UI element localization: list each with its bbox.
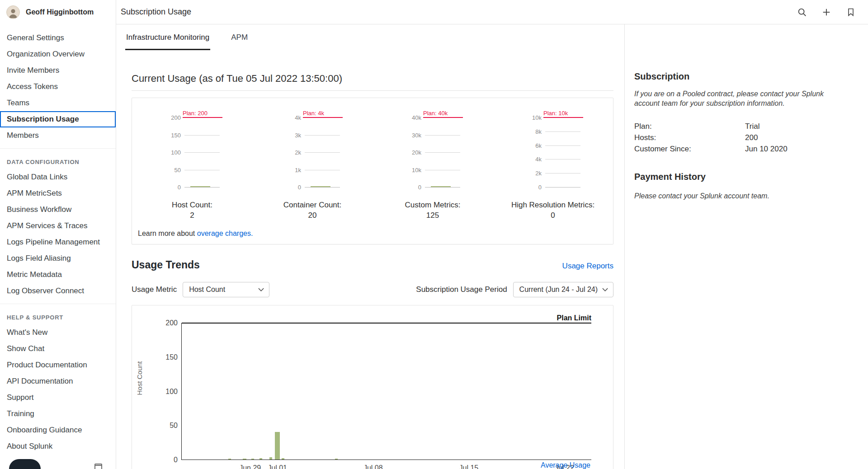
plan-line <box>543 117 583 118</box>
sidebar-item-about-splunk[interactable]: About Splunk <box>0 438 116 455</box>
topbar-icons <box>797 7 856 18</box>
gauge-plot-wrap: 200150100500Plan: 200 <box>165 117 220 187</box>
usage-bar <box>269 457 272 460</box>
current-usage-card: 200150100500Plan: 200Host Count:24k3k2k1… <box>132 98 613 244</box>
gauge-tick-labels: 200150100500 <box>165 117 184 187</box>
x-tick-label: Jul 08 <box>363 464 383 469</box>
sidebar-item-logs-pipeline-management[interactable]: Logs Pipeline Management <box>0 234 116 250</box>
app-root: Geoff Higginbottom General SettingsOrgan… <box>0 0 868 469</box>
section-divider <box>132 90 613 91</box>
body-row: Infrastructure MonitoringAPM Current Usa… <box>116 24 868 469</box>
usage-period-select[interactable]: Current (Jun 24 - Jul 24) <box>513 282 613 297</box>
tab-apm[interactable]: APM <box>230 24 249 50</box>
sidebar-item-product-documentation[interactable]: Product Documentation <box>0 357 116 373</box>
gauge-usage-bar <box>190 186 210 187</box>
gauge-gridline <box>305 187 340 188</box>
usage-metric-group: Usage Metric Host Count <box>132 282 269 297</box>
gauge-high-resolution-metrics: 10k8k6k4k2k0Plan: 10kHigh Resolution Met… <box>493 117 613 220</box>
sidebar-item-teams[interactable]: Teams <box>0 95 116 111</box>
gauge-plot-wrap: 4k3k2k1k0Plan: 4k <box>285 117 340 187</box>
average-usage-legend[interactable]: Average Usage <box>541 461 590 469</box>
usage-bar <box>282 458 284 460</box>
user-row[interactable]: Geoff Higginbottom <box>0 0 116 24</box>
user-name: Geoff Higginbottom <box>26 8 94 16</box>
sidebar-item-onboarding-guidance[interactable]: Onboarding Guidance <box>0 422 116 438</box>
usage-period-label: Subscription Usage Period <box>416 285 507 294</box>
sidebar-item-apm-services-traces[interactable]: APM Services & Traces <box>0 218 116 234</box>
gauge-value: 20 <box>308 210 317 220</box>
gauge-tick-label: 10k <box>532 114 542 121</box>
row-label: Hosts: <box>634 132 745 143</box>
sidebar-item-show-chat[interactable]: Show Chat <box>0 341 116 357</box>
gauge-tick-label: 4k <box>295 114 301 121</box>
cut-off-button[interactable] <box>9 459 41 469</box>
window-icon[interactable] <box>94 464 102 469</box>
search-icon[interactable] <box>797 7 807 18</box>
gauge-tick-label: 8k <box>535 128 542 135</box>
usage-trend-chart-card: Host Count Plan Limit 050100150200Jun 29… <box>132 305 613 469</box>
gauge-tick-label: 3k <box>295 131 301 138</box>
gauge-gridline <box>305 152 340 153</box>
x-tick-label: Jul 15 <box>459 464 479 469</box>
current-usage-heading: Current Usage (as of Tue 05 Jul 2022 13:… <box>132 73 613 84</box>
gauge-tick-label: 2k <box>535 170 542 177</box>
learn-more-prefix: Learn more about <box>138 230 197 237</box>
gauge-gridline <box>425 135 460 136</box>
subscription-row-hosts: Hosts:200 <box>634 132 850 143</box>
overage-charges-link[interactable]: overage charges. <box>197 230 253 237</box>
sidebar-item-support[interactable]: Support <box>0 389 116 406</box>
y-tick-label: 50 <box>170 422 178 430</box>
settings-sidebar: Geoff Higginbottom General SettingsOrgan… <box>0 0 116 469</box>
gauge-gridline <box>425 187 460 188</box>
gauge-tick-label: 40k <box>412 114 421 121</box>
add-icon[interactable] <box>821 7 832 18</box>
sidebar-item-training[interactable]: Training <box>0 406 116 422</box>
usage-reports-link[interactable]: Usage Reports <box>562 262 613 271</box>
usage-metric-select[interactable]: Host Count <box>183 282 269 297</box>
usage-bar <box>259 458 262 460</box>
plan-line <box>423 117 463 118</box>
sidebar-item-business-workflow[interactable]: Business Workflow <box>0 202 116 218</box>
sidebar-item-members[interactable]: Members <box>0 127 116 144</box>
gauge-tick-labels: 10k8k6k4k2k0 <box>525 117 545 187</box>
content-column: Subscription Usage <box>116 0 868 469</box>
sidebar-item-api-documentation[interactable]: API Documentation <box>0 373 116 389</box>
sidebar-section-help-support: HELP & SUPPORT <box>0 309 116 324</box>
tab-infrastructure-monitoring[interactable]: Infrastructure Monitoring <box>125 24 210 50</box>
sidebar-item-metric-metadata[interactable]: Metric Metadata <box>0 267 116 283</box>
gauge-tick-label: 0 <box>418 184 421 191</box>
topbar: Subscription Usage <box>116 0 868 24</box>
tab-bar: Infrastructure MonitoringAPM <box>116 24 613 50</box>
bookmark-icon[interactable] <box>845 7 856 18</box>
sidebar-nav: General SettingsOrganization OverviewInv… <box>0 24 116 455</box>
sidebar-item-global-data-links[interactable]: Global Data Links <box>0 169 116 185</box>
sidebar-item-general-settings[interactable]: General Settings <box>0 30 116 46</box>
gauge-plot: Plan: 4k <box>305 117 340 187</box>
subscription-note: If you are on a Pooled contract, please … <box>634 89 847 108</box>
sidebar-item-subscription-usage[interactable]: Subscription Usage <box>0 111 116 127</box>
gauge-tick-label: 200 <box>171 114 181 121</box>
sidebar-item-organization-overview[interactable]: Organization Overview <box>0 46 116 62</box>
gauge-tick-label: 0 <box>298 184 301 191</box>
gauge-gridline <box>184 135 220 136</box>
gauge-tick-label: 1k <box>295 166 301 173</box>
sidebar-item-what-s-new[interactable]: What's New <box>0 324 116 341</box>
sidebar-item-apm-metricsets[interactable]: APM MetricSets <box>0 185 116 202</box>
x-tick-label: Jul 01 <box>268 464 287 469</box>
payment-history-note: Please contact your Splunk account team. <box>634 192 850 200</box>
sidebar-item-invite-members[interactable]: Invite Members <box>0 62 116 79</box>
gauge-tick-labels: 40k30k20k10k0 <box>405 117 425 187</box>
sidebar-item-access-tokens[interactable]: Access Tokens <box>0 79 116 95</box>
gauge-plot: Plan: 10k <box>545 117 580 187</box>
subscription-rows: Plan:TrialHosts:200Customer Since:Jun 10… <box>634 121 850 155</box>
gauge-gridline <box>545 145 580 146</box>
gauge-tick-label: 30k <box>412 131 421 138</box>
gauge-tick-label: 50 <box>175 166 181 173</box>
gauge-gridline <box>425 170 460 170</box>
gauge-tick-label: 0 <box>538 184 542 191</box>
sidebar-item-logs-field-aliasing[interactable]: Logs Field Aliasing <box>0 250 116 267</box>
usage-trends-header: Usage Trends Usage Reports <box>132 259 613 271</box>
sidebar-item-log-observer-connect[interactable]: Log Observer Connect <box>0 283 116 299</box>
row-value: Jun 10 2020 <box>745 143 788 155</box>
y-tick-label: 150 <box>165 353 178 361</box>
